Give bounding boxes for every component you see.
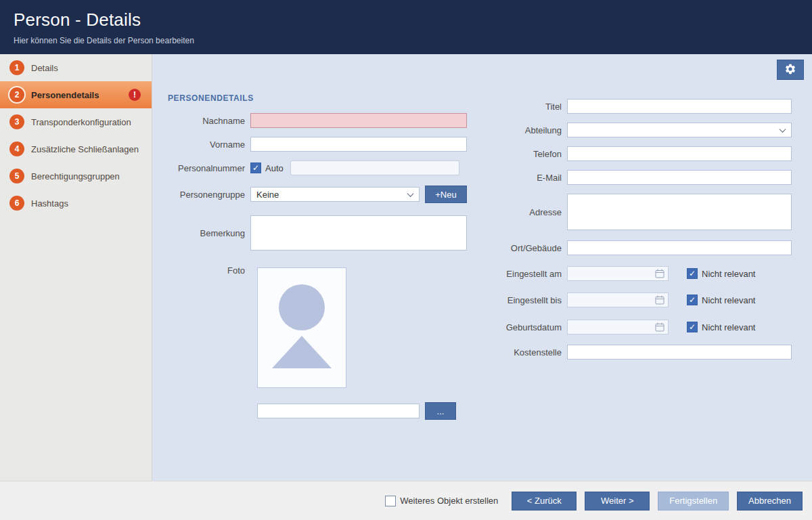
weiter-button[interactable]: Weiter > [585,492,650,511]
nicht-relevant-label: Nicht relevant [702,322,755,332]
ort-label: Ort/Gebäude [482,243,562,253]
personengruppe-label: Personengruppe [168,190,245,200]
eingestellt-am-nicht-relevant-checkbox[interactable] [687,268,698,279]
eingestellt-am-input[interactable] [567,266,669,281]
email-label: E-Mail [482,173,562,183]
calendar-icon [655,322,664,332]
weiteres-objekt-label: Weiteres Objekt erstellen [400,496,498,506]
bemerkung-label: Bemerkung [168,228,245,238]
nicht-relevant-label: Nicht relevant [702,295,755,305]
eingestellt-bis-nicht-relevant-checkbox[interactable] [687,295,698,305]
titel-label: Titel [482,102,562,112]
abbrechen-button[interactable]: Abbrechen [737,492,803,511]
fertigstellen-button[interactable]: Fertigstellen [658,492,729,511]
gear-icon [784,63,796,77]
browse-button[interactable]: ... [425,402,456,420]
calendar-icon [655,295,664,305]
personalnummer-label: Personalnummer [168,163,245,173]
eingestellt-bis-input[interactable] [567,292,669,307]
step-label: Berechtigungsgruppen [31,171,120,181]
step-label: Hashtags [31,198,68,209]
sidebar-item-hashtags[interactable]: 6 Hashtags [0,190,152,217]
step-number-badge: 2 [9,87,24,102]
personengruppe-row: Personengruppe Keine +Neu [168,187,467,202]
chevron-down-icon [407,190,414,197]
geburtsdatum-input[interactable] [567,320,669,334]
calendar-icon [655,269,664,278]
error-icon: ! [129,89,141,101]
geburtsdatum-row: Geburtsdatum Nicht relevant [482,320,755,334]
step-number-badge: 4 [9,142,24,156]
abteilung-row: Abteilung [482,123,792,137]
abteilung-label: Abteilung [482,125,562,135]
step-number-badge: 1 [9,60,24,75]
photo-placeholder [257,267,346,388]
geburtsdatum-nicht-relevant-checkbox[interactable] [687,322,698,332]
vorname-label: Vorname [168,139,245,150]
eingestellt-bis-label: Eingestellt bis [482,295,562,305]
step-label: Transponderkonfiguration [31,117,131,127]
vorname-input[interactable] [250,137,467,152]
foto-path-input[interactable] [257,404,420,418]
ort-row: Ort/Gebäude [482,240,792,255]
eingestellt-am-label: Eingestellt am [482,269,562,279]
nicht-relevant-label: Nicht relevant [702,269,755,279]
auto-checkbox[interactable] [250,162,261,173]
ort-input[interactable] [567,240,792,255]
adresse-textarea[interactable] [567,194,792,230]
page-title: Person - Details [14,9,798,30]
nachname-label: Nachname [168,116,245,126]
step-number-badge: 5 [9,169,24,183]
step-number-badge: 6 [9,196,24,211]
sidebar-item-transponderkonfiguration[interactable]: 3 Transponderkonfiguration [0,108,152,135]
personengruppe-value: Keine [256,190,279,200]
email-input[interactable] [567,170,792,185]
step-number-badge: 3 [9,114,24,129]
vorname-row: Vorname [168,137,467,152]
personengruppe-select[interactable]: Keine [250,187,420,202]
foto-file-row: ... [257,402,456,420]
step-label: Details [31,63,58,73]
bemerkung-row: Bemerkung [168,215,467,251]
telefon-input[interactable] [567,146,792,161]
personalnummer-row: Personalnummer Auto [168,160,459,175]
titel-input[interactable] [567,99,792,114]
sidebar-item-personendetails[interactable]: 2 Personendetails ! [0,81,152,108]
eingestellt-am-row: Eingestellt am Nicht relevant [482,266,755,281]
step-label: Zusätzliche Schließanlagen [31,144,139,154]
person-details-window: Person - Details Hier können Sie die Det… [0,0,812,520]
eingestellt-bis-row: Eingestellt bis Nicht relevant [482,292,755,307]
zurueck-button[interactable]: < Zurück [512,492,577,511]
abteilung-select[interactable] [567,123,792,137]
step-label: Personendetails [31,90,99,100]
header: Person - Details Hier können Sie die Det… [0,0,812,54]
telefon-row: Telefon [482,146,792,161]
adresse-row: Adresse [482,194,792,230]
geburtsdatum-label: Geburtsdatum [482,322,562,332]
sidebar-item-berechtigungsgruppen[interactable]: 5 Berechtigungsgruppen [0,162,152,190]
kostenstelle-label: Kostenstelle [482,347,562,358]
kostenstelle-row: Kostenstelle [482,345,792,360]
nachname-input[interactable] [250,113,467,128]
adresse-label: Adresse [482,207,562,217]
personalnummer-input[interactable] [290,160,459,175]
section-title: PERSONENDETAILS [168,93,254,103]
telefon-label: Telefon [482,149,562,159]
email-row: E-Mail [482,170,792,185]
neu-button[interactable]: +Neu [425,186,467,203]
foto-row: Foto [168,265,250,280]
settings-button[interactable] [777,60,804,80]
sidebar-item-zusaetzliche-schliessanlagen[interactable]: 4 Zusätzliche Schließanlagen [0,135,152,162]
sidebar-item-details[interactable]: 1 Details [0,54,152,81]
kostenstelle-input[interactable] [567,345,792,360]
weiteres-objekt-checkbox[interactable] [385,496,396,506]
bemerkung-textarea[interactable] [250,215,467,251]
auto-label: Auto [265,163,284,173]
foto-label: Foto [168,265,245,276]
avatar-icon [257,267,346,387]
weiteres-objekt-row: Weiteres Objekt erstellen [385,496,498,506]
footer-bar: Weiteres Objekt erstellen < Zurück Weite… [0,481,812,520]
wizard-steps: 1 Details 2 Personendetails ! 3 Transpon… [0,54,152,481]
titel-row: Titel [482,99,792,114]
nachname-row: Nachname [168,113,467,128]
